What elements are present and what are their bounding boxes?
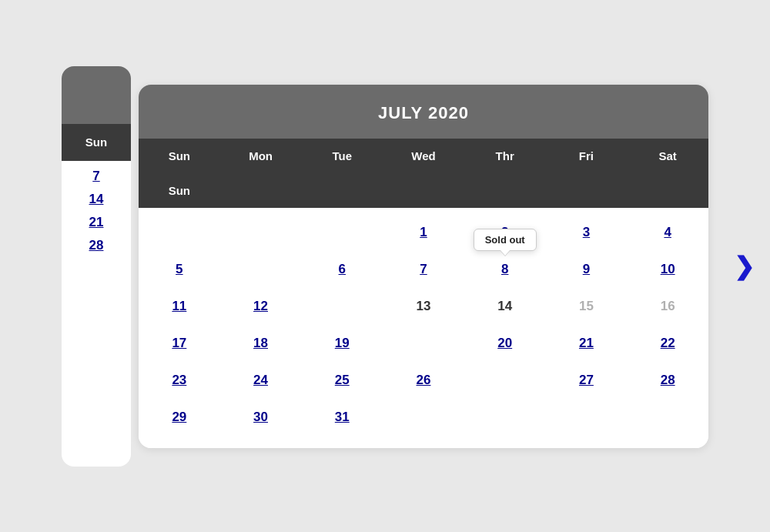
day-link[interactable]: 7 (420, 262, 427, 276)
day-cell[interactable]: 5 (139, 251, 220, 288)
day-link[interactable]: 19 (335, 336, 350, 350)
day-cell (220, 251, 302, 288)
day-cell[interactable]: 26 (383, 362, 464, 399)
day-cell[interactable]: 23 (139, 362, 220, 399)
day-link[interactable]: 12 (253, 299, 268, 313)
prev-month-day[interactable]: 7 (92, 169, 99, 184)
day-link[interactable]: 20 (497, 336, 512, 350)
calendar-title: JULY 2020 (139, 85, 708, 139)
day-header-wed: Wed (383, 139, 464, 173)
day-link[interactable]: 18 (253, 336, 268, 350)
prev-month-day[interactable]: 14 (89, 192, 104, 207)
day-cell: 13 (383, 288, 464, 325)
day-link[interactable]: 9 (583, 262, 590, 276)
day-cell (464, 362, 546, 399)
day-cell[interactable]: 9 (546, 251, 628, 288)
day-link[interactable]: 6 (339, 262, 346, 276)
day-cell (383, 399, 464, 436)
prev-day-link[interactable]: 21 (89, 215, 104, 229)
day-cell[interactable]: 24 (220, 362, 302, 399)
day-cell[interactable]: 19 (301, 325, 383, 362)
day-link[interactable]: 26 (417, 373, 431, 387)
day-cell[interactable]: 28 (627, 362, 708, 399)
day-header-sun: Sun (139, 173, 220, 208)
day-link[interactable]: 3 (583, 225, 590, 239)
prev-day-link[interactable]: 14 (89, 192, 104, 206)
day-cell (220, 214, 302, 251)
day-cell (139, 214, 220, 251)
day-cell: 16 (627, 288, 708, 325)
day-cell (301, 288, 383, 325)
day-cell (301, 214, 383, 251)
prev-month-day-header: Sun (62, 124, 131, 161)
day-link[interactable]: 24 (253, 373, 268, 387)
day-link[interactable]: 25 (335, 373, 350, 387)
prev-month-day[interactable]: 21 (89, 215, 104, 230)
day-cell: 15 (546, 288, 628, 325)
day-cell[interactable]: 30 (220, 399, 302, 436)
day-cell: 14 (464, 288, 546, 325)
day-link[interactable]: 30 (253, 410, 268, 424)
day-link[interactable]: 22 (661, 336, 675, 350)
day-cell[interactable]: 4 (627, 214, 708, 251)
day-headers: SunMonTueWedThrFriSatSun (139, 139, 708, 208)
day-link[interactable]: 29 (172, 410, 186, 424)
day-link[interactable]: 23 (172, 373, 186, 387)
day-cell[interactable]: Sold out8 (464, 251, 546, 288)
prev-month-day[interactable]: 28 (89, 238, 104, 253)
day-header-thr: Thr (464, 139, 546, 173)
day-header-fri: Fri (546, 139, 628, 173)
day-cell[interactable]: 7 (383, 251, 464, 288)
day-cell[interactable]: 18 (220, 325, 302, 362)
day-cell (464, 399, 546, 436)
tooltip-container[interactable]: Sold out8 (501, 262, 508, 277)
prev-day-link[interactable]: 7 (92, 169, 99, 183)
day-link[interactable]: 11 (172, 299, 186, 313)
day-header-sat: Sat (627, 139, 708, 173)
day-cell[interactable]: 6 (301, 251, 383, 288)
calendar-grid: 1234567Sold out8910111213141516171819202… (139, 208, 708, 448)
day-header-sun: Sun (139, 139, 220, 173)
day-link[interactable]: 17 (172, 336, 186, 350)
day-header-tue: Tue (301, 139, 383, 173)
day-link-sold-out[interactable]: 8 (501, 262, 508, 276)
prev-month-sliver: Sun 7142128 (62, 66, 131, 467)
day-cell[interactable]: 3 (546, 214, 628, 251)
day-link[interactable]: 21 (579, 336, 594, 350)
day-cell[interactable]: 1 (383, 214, 464, 251)
day-link[interactable]: 10 (661, 262, 675, 276)
day-cell[interactable]: 11 (139, 288, 220, 325)
day-cell[interactable]: 31 (301, 399, 383, 436)
prev-month-days: 7142128 (62, 161, 131, 253)
day-link[interactable]: 31 (335, 410, 350, 424)
day-cell[interactable]: 17 (139, 325, 220, 362)
day-link[interactable]: 28 (661, 373, 675, 387)
day-cell[interactable]: 25 (301, 362, 383, 399)
day-header-mon: Mon (220, 139, 302, 173)
calendar-wrapper: JULY 2020 SunMonTueWedThrFriSatSun 12345… (139, 85, 708, 448)
prev-day-link[interactable]: 28 (89, 238, 104, 253)
day-cell (383, 325, 464, 362)
prev-month-card: Sun 7142128 (62, 66, 131, 467)
sold-out-tooltip: Sold out (474, 229, 537, 251)
day-cell[interactable]: 27 (546, 362, 628, 399)
day-cell[interactable]: 21 (546, 325, 628, 362)
day-cell[interactable]: 20 (464, 325, 546, 362)
day-cell[interactable]: 29 (139, 399, 220, 436)
day-cell[interactable]: 12 (220, 288, 302, 325)
day-link[interactable]: 1 (420, 225, 427, 239)
prev-month-header-bg (62, 66, 131, 124)
day-cell[interactable]: 22 (627, 325, 708, 362)
day-link[interactable]: 5 (176, 262, 182, 276)
calendar: JULY 2020 SunMonTueWedThrFriSatSun 12345… (139, 85, 708, 448)
day-link[interactable]: 4 (664, 225, 671, 239)
day-link[interactable]: 27 (579, 373, 594, 387)
day-cell[interactable]: 10 (627, 251, 708, 288)
next-month-arrow[interactable]: ❯ (734, 252, 755, 281)
